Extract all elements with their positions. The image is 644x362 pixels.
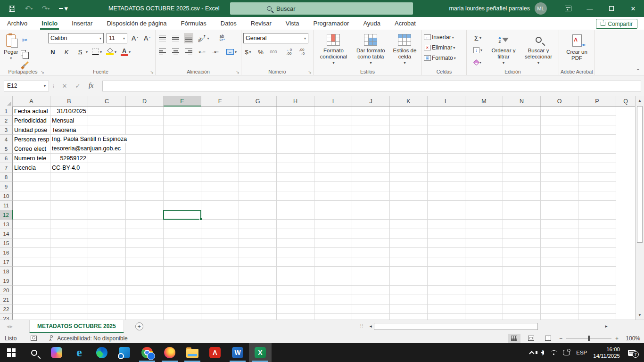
cell-N19[interactable] [503,276,541,286]
bold-button[interactable]: N [48,47,58,57]
taskbar-chrome[interactable] [136,343,158,362]
cell-D22[interactable] [126,304,164,314]
new-sheet-button[interactable]: + [135,322,143,330]
cell-B14[interactable] [50,229,88,239]
cell-L12[interactable] [428,210,465,220]
decrease-indent-button[interactable]: ⇤≡ [197,47,206,57]
cell-I5[interactable] [314,144,352,154]
cell-A1[interactable]: Fecha actual [13,107,50,116]
column-header-C[interactable]: C [88,96,126,106]
cell-P16[interactable] [578,248,616,257]
cell-H8[interactable] [277,173,314,182]
font-size-select[interactable]: 11▾ [107,33,127,43]
cell-C16[interactable] [88,248,126,257]
cell-M13[interactable] [465,220,503,229]
cell-B12[interactable] [50,210,88,220]
cell-O18[interactable] [541,267,578,276]
cell-K15[interactable] [390,239,428,248]
cell-N22[interactable] [503,304,541,314]
cell-E23[interactable] [164,314,201,320]
cell-I15[interactable] [314,239,352,248]
cell-A2[interactable]: Periodicidad [13,116,50,125]
cell-P15[interactable] [578,239,616,248]
column-header-G[interactable]: G [239,96,277,106]
row-header-4[interactable]: 4 [0,135,13,144]
cell-N23[interactable] [503,314,541,320]
wrap-text-button[interactable]: abc↩ [218,33,227,43]
close-button[interactable]: ✕ [622,0,644,17]
italic-button[interactable]: K [62,47,71,57]
ribbon-tab-programador[interactable]: Programador [306,17,356,30]
active-cell-selection[interactable] [163,210,201,220]
cell-K23[interactable] [390,314,428,320]
format-cells-button[interactable]: ⊞Formato▾ [424,53,456,63]
accessibility-status[interactable]: Accesibilidad: No disponible [57,335,127,342]
cell-K10[interactable] [390,191,428,201]
column-header-D[interactable]: D [126,96,164,106]
cell-L13[interactable] [428,220,465,229]
cell-K16[interactable] [390,248,428,257]
cell-O10[interactable] [541,191,578,201]
cell-K18[interactable] [390,267,428,276]
sort-filter-button[interactable]: AZ Ordenar y filtrar ▾ [487,32,520,67]
row-header-1[interactable]: 1 [0,107,13,116]
cell-L5[interactable] [428,144,465,154]
cell-M19[interactable] [465,276,503,286]
cell-I12[interactable] [314,210,352,220]
cell-M11[interactable] [465,201,503,210]
cell-L23[interactable] [428,314,465,320]
autosum-button[interactable]: Σ▾ [469,33,487,43]
cell-H5[interactable] [277,144,314,154]
decrease-font-button[interactable]: Aˇ [142,33,152,43]
clock[interactable]: 16:00 14/11/2025 [593,346,620,359]
cell-E8[interactable] [164,173,201,182]
cell-M2[interactable] [465,116,503,125]
cell-N8[interactable] [503,173,541,182]
row-header-8[interactable]: 8 [0,173,13,182]
cell-P4[interactable] [578,135,616,144]
cell-C21[interactable] [88,295,126,304]
cell-C10[interactable] [88,191,126,201]
row-header-9[interactable]: 9 [0,182,13,191]
column-header-M[interactable]: M [465,96,503,106]
conditional-formatting-button[interactable]: Formato condicional ▾ [315,32,352,67]
cell-I10[interactable] [314,191,352,201]
cell-I17[interactable] [314,257,352,267]
cell-I23[interactable] [314,314,352,320]
cell-L10[interactable] [428,191,465,201]
scroll-right-icon[interactable]: ► [603,324,610,329]
cell-O15[interactable] [541,239,578,248]
row-header-12[interactable]: 12 [0,210,13,220]
cell-O21[interactable] [541,295,578,304]
cell-P14[interactable] [578,229,616,239]
cell-O16[interactable] [541,248,578,257]
zoom-level[interactable]: 100% [622,335,640,342]
font-dialog-launcher[interactable]: ↘ [150,70,154,74]
underline-button[interactable]: S [75,47,85,57]
cell-F5[interactable] [201,144,239,154]
cell-K19[interactable] [390,276,428,286]
formula-input[interactable] [102,81,641,91]
cell-G11[interactable] [239,201,277,210]
cell-H20[interactable] [277,286,314,295]
cell-M9[interactable] [465,182,503,191]
cell-D19[interactable] [126,276,164,286]
cell-O22[interactable] [541,304,578,314]
cell-K8[interactable] [390,173,428,182]
cell-B10[interactable] [50,191,88,201]
taskbar-acrobat[interactable]: Λ [204,343,226,362]
customize-quick-access-button[interactable]: ▾ [58,3,68,14]
clipboard-dialog-launcher[interactable]: ↘ [41,70,44,74]
collapse-ribbon-button[interactable]: ⌃ [636,68,640,74]
cell-P11[interactable] [578,201,616,210]
cell-I4[interactable] [314,135,352,144]
row-header-15[interactable]: 15 [0,239,13,248]
cell-K14[interactable] [390,229,428,239]
cell-K2[interactable] [390,116,428,125]
cell-H22[interactable] [277,304,314,314]
column-header-O[interactable]: O [541,96,578,106]
horizontal-scroll-thumb[interactable] [374,323,538,330]
cell-A9[interactable] [13,182,50,191]
cell-C2[interactable] [88,116,126,125]
sheet-tab-active[interactable]: METADATOS OCTUBRE 2025 [29,320,124,333]
